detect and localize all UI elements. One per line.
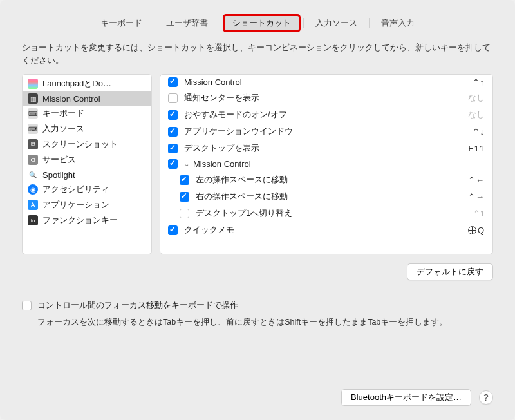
tab-separator: [303, 18, 304, 28]
tab-keyboard[interactable]: キーボード: [91, 15, 151, 32]
shortcut-key[interactable]: ⌃1: [473, 209, 485, 218]
shortcut-label: おやすみモードのオン/オフ: [184, 109, 462, 120]
shortcut-list[interactable]: Mission Control ⌃↑ 通知センターを表示 なし おやすみモードの…: [160, 74, 493, 254]
sidebar-item-applications[interactable]: A アプリケーション: [23, 197, 151, 213]
launchpad-icon: [28, 79, 38, 89]
sidebar-item-label: サービス: [42, 154, 76, 166]
sidebar-item-input-sources[interactable]: ⌨ 入力ソース: [23, 121, 151, 137]
keyboard-navigation-label: コントロール間のフォーカス移動をキーボードで操作: [37, 300, 238, 311]
shortcut-key[interactable]: F11: [469, 144, 485, 153]
accessibility-icon: ◉: [28, 184, 38, 195]
sidebar-item-label: ファンクションキー: [42, 215, 118, 226]
sidebar-item-label: アプリケーション: [42, 199, 109, 211]
sidebar-item-label: アクセシビリティ: [42, 184, 109, 195]
services-icon: ⚙: [28, 155, 38, 165]
sidebar-item-label: スクリーンショット: [42, 138, 118, 150]
shortcut-row[interactable]: アプリケーションウインドウ ⌃↓: [160, 123, 492, 140]
shortcut-checkbox[interactable]: [168, 159, 178, 169]
shortcut-row[interactable]: 通知センターを表示 なし: [160, 90, 492, 106]
screenshot-icon: ⧉: [28, 139, 38, 149]
shortcut-label: デスクトップ1へ切り替え: [196, 207, 467, 219]
shortcut-row[interactable]: Mission Control ⌃↑: [160, 75, 492, 90]
shortcut-label: Mission Control: [184, 77, 466, 87]
app-store-icon: A: [28, 200, 38, 210]
shortcut-checkbox[interactable]: [180, 209, 189, 218]
sidebar-item-accessibility[interactable]: ◉ アクセシビリティ: [23, 182, 151, 197]
shortcut-checkbox[interactable]: [180, 175, 189, 185]
sidebar-item-screenshot[interactable]: ⧉ スクリーンショット: [23, 137, 151, 152]
shortcut-label: デスクトップを表示: [184, 142, 462, 154]
shortcut-row[interactable]: 左の操作スペースに移動 ⌃←: [160, 171, 492, 188]
keyboard-navigation-help: フォーカスを次に移動するときはTabキーを押し、前に戻すときはShiftキーを押…: [22, 316, 493, 329]
sidebar-item-function-keys[interactable]: fn ファンクションキー: [23, 213, 151, 228]
shortcut-checkbox[interactable]: [168, 93, 178, 103]
tab-separator: [220, 18, 220, 28]
spotlight-icon: 🔍: [28, 169, 38, 180]
restore-defaults-button[interactable]: デフォルトに戻す: [407, 263, 493, 280]
tab-separator: [369, 18, 370, 28]
shortcut-checkbox[interactable]: [168, 144, 178, 153]
shortcut-key[interactable]: なし: [468, 92, 485, 104]
globe-icon: [468, 226, 476, 234]
sidebar-item-mission-control[interactable]: ▥ Mission Control: [23, 91, 151, 106]
shortcut-row[interactable]: 右の操作スペースに移動 ⌃→: [160, 188, 492, 205]
shortcut-checkbox[interactable]: [168, 110, 178, 120]
shortcut-checkbox[interactable]: [180, 192, 189, 202]
shortcut-label: アプリケーションウインドウ: [184, 126, 466, 137]
keyboard-navigation-checkbox[interactable]: [22, 301, 32, 310]
shortcut-row[interactable]: デスクトップ1へ切り替え ⌃1: [160, 205, 492, 222]
tab-shortcuts[interactable]: ショートカット: [223, 14, 301, 32]
shortcut-label: 右の操作スペースに移動: [196, 191, 462, 202]
shortcut-key[interactable]: Q: [468, 225, 485, 235]
sidebar-item-label: Mission Control: [42, 94, 100, 104]
tab-separator: [154, 18, 154, 28]
shortcut-checkbox[interactable]: [168, 77, 178, 87]
fn-icon: fn: [28, 215, 38, 225]
shortcut-row[interactable]: クイックメモ Q: [160, 222, 492, 238]
shortcut-checkbox[interactable]: [168, 127, 178, 137]
shortcut-label: 左の操作スペースに移動: [196, 174, 462, 186]
sidebar-item-label: LaunchpadとDo…: [42, 78, 111, 90]
sidebar-item-services[interactable]: ⚙ サービス: [23, 152, 151, 167]
shortcut-label: クイックメモ: [184, 224, 462, 236]
shortcut-row[interactable]: デスクトップを表示 F11: [160, 140, 492, 157]
sidebar-item-spotlight[interactable]: 🔍 Spotlight: [23, 167, 151, 182]
help-button[interactable]: ?: [479, 390, 493, 405]
tab-bar: キーボード ユーザ辞書 ショートカット 入力ソース 音声入力: [0, 0, 515, 41]
shortcut-label: 通知センターを表示: [184, 92, 462, 104]
tab-user-dictionary[interactable]: ユーザ辞書: [157, 15, 217, 32]
instructions-text: ショートカットを変更するには、ショートカットを選択し、キーコンビネーションをクリ…: [0, 41, 515, 74]
shortcut-key[interactable]: ⌃↓: [473, 127, 485, 137]
tab-input-sources[interactable]: 入力ソース: [306, 15, 366, 32]
sidebar-item-label: キーボード: [42, 108, 84, 119]
shortcut-key[interactable]: なし: [468, 109, 485, 120]
sidebar-item-label: Spotlight: [42, 170, 75, 180]
sidebar-item-label: 入力ソース: [42, 123, 84, 135]
chevron-down-icon[interactable]: ⌄: [184, 160, 189, 167]
input-sources-icon: ⌨: [28, 124, 38, 134]
sidebar-item-launchpad[interactable]: LaunchpadとDo…: [23, 76, 151, 91]
shortcut-row[interactable]: おやすみモードのオン/オフ なし: [160, 106, 492, 123]
sidebar-item-keyboard[interactable]: ⌨ キーボード: [23, 106, 151, 121]
mission-control-icon: ▥: [28, 93, 38, 104]
shortcut-key[interactable]: ⌃↑: [473, 77, 485, 87]
tab-dictation[interactable]: 音声入力: [372, 15, 424, 32]
shortcut-key[interactable]: ⌃←: [468, 175, 485, 185]
shortcut-label: Mission Control: [193, 159, 485, 169]
shortcut-checkbox[interactable]: [168, 225, 178, 235]
shortcut-key[interactable]: ⌃→: [468, 192, 485, 202]
shortcut-group-row[interactable]: ⌄ Mission Control: [160, 157, 492, 171]
bluetooth-keyboard-setup-button[interactable]: Bluetoothキーボードを設定…: [341, 389, 471, 406]
shortcut-category-sidebar[interactable]: LaunchpadとDo… ▥ Mission Control ⌨ キーボード …: [22, 74, 152, 254]
keyboard-icon: ⌨: [28, 108, 38, 119]
